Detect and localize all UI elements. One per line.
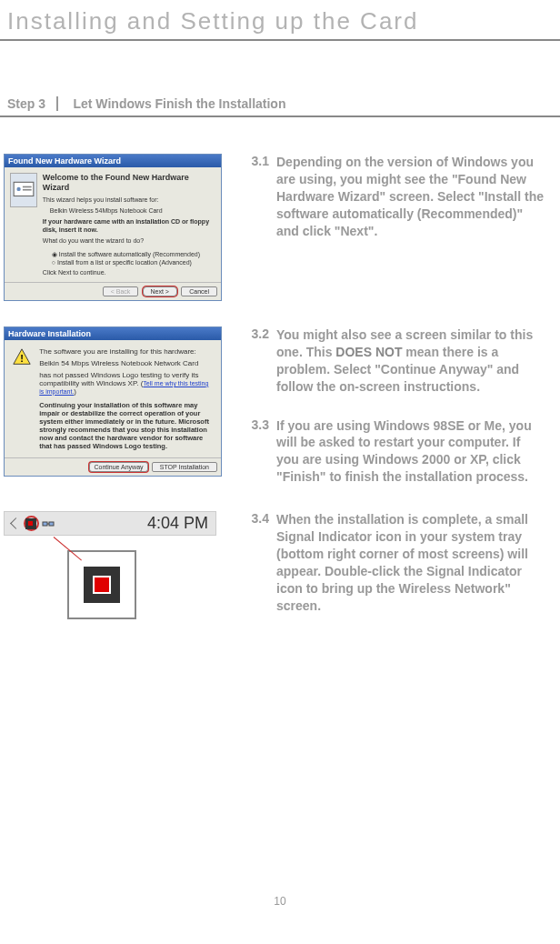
step-num-3-4: 3.4 — [222, 511, 276, 614]
step-text-3-1: Depending on the version of Windows you … — [276, 154, 545, 239]
section-3-2-3: Hardware Installation ! The software you… — [0, 326, 560, 486]
tray-icons — [24, 517, 55, 531]
hardware-installation-dialog: Hardware Installation ! The software you… — [4, 326, 222, 477]
warn-line2: has not passed Windows Logo testing to v… — [39, 371, 212, 396]
stop-installation-button[interactable]: STOP Installation — [152, 462, 217, 472]
step-text-3-2: You might also see a screen similar to t… — [276, 326, 545, 396]
cancel-button[interactable]: Cancel — [181, 286, 217, 296]
signal-indicator-dot — [93, 576, 111, 594]
step-header: Step 3 Let Windows Finish the Installati… — [0, 95, 560, 115]
found-new-hardware-dialog: Found New Hardware Wizard Welcome to the… — [4, 154, 222, 301]
page-number: 10 — [274, 895, 285, 908]
step-num-3-2: 3.2 — [222, 326, 276, 396]
back-button: < Back — [103, 286, 139, 296]
system-tray-mock: 4:04 PM — [4, 511, 222, 619]
warn-line1: The software you are installing for this… — [39, 347, 212, 356]
step-header-underline — [0, 115, 560, 117]
step-num-3-3: 3.3 — [222, 417, 276, 487]
continue-anyway-button[interactable]: Continue Anyway — [89, 462, 147, 472]
svg-rect-6 — [43, 522, 47, 526]
signal-indicator-zoom — [67, 550, 136, 619]
warn-footer: Continue Anyway STOP Installation — [5, 457, 221, 476]
warn-device: Belkin 54 Mbps Wireless Notebook Network… — [39, 359, 212, 367]
step-label: Step 3 — [4, 96, 58, 111]
warn-bold: Continuing your installation of this sof… — [39, 401, 212, 450]
signal-indicator-icon — [84, 567, 120, 603]
warn-text-block: The software you are installing for this… — [39, 347, 212, 450]
step-title: Let Windows Finish the Installation — [73, 96, 285, 111]
radio-advanced[interactable]: ○ Install from a list or specific locati… — [52, 259, 215, 266]
section-3-4: 4:04 PM 3.4 When the installation is com… — [0, 511, 560, 619]
warning-icon: ! — [12, 347, 32, 367]
svg-point-1 — [16, 187, 20, 191]
radio-recommended-label: Install the software automatically (Reco… — [59, 251, 200, 257]
svg-rect-3 — [23, 189, 32, 191]
dialog-titlebar: Found New Hardware Wizard — [5, 155, 221, 167]
wizard-sub1: This wizard helps you install software f… — [43, 196, 215, 204]
continue-text: Click Next to continue. — [43, 269, 215, 276]
radio-group: ◉ Install the software automatically (Re… — [52, 251, 215, 266]
step-text-3-3: If you are using Windows 98SE or Me, you… — [276, 417, 545, 487]
tray-clock: 4:04 PM — [147, 514, 208, 533]
dialog-box: Found New Hardware Wizard Welcome to the… — [4, 154, 222, 301]
title-underline — [0, 39, 560, 41]
dialog-footer: < Back Next > Cancel — [5, 282, 221, 300]
tray-chevron-icon[interactable] — [10, 517, 22, 529]
network-tray-icon[interactable] — [41, 517, 55, 531]
wizard-device: Belkin Wireless 54Mbps Notebook Card — [50, 207, 215, 215]
step-text-3-4: When the installation is complete, a sma… — [276, 511, 545, 614]
cd-notice: If your hardware came with an installati… — [43, 218, 215, 234]
section-3-1: Found New Hardware Wizard Welcome to the… — [0, 154, 560, 301]
wizard-heading: Welcome to the Found New Hardware Wizard — [43, 173, 215, 193]
warn-line2b: ) — [74, 387, 76, 396]
next-button[interactable]: Next > — [143, 286, 177, 296]
signal-indicator-tray-icon[interactable] — [24, 517, 38, 531]
svg-rect-2 — [23, 186, 32, 188]
wizard-icon — [10, 173, 37, 207]
page-title: Installing and Setting up the Card — [0, 0, 560, 39]
system-tray: 4:04 PM — [4, 511, 216, 536]
svg-text:!: ! — [20, 353, 24, 364]
svg-rect-7 — [49, 522, 54, 526]
step-num-3-1: 3.1 — [222, 154, 276, 239]
radio-advanced-label: Install from a list or specific location… — [57, 259, 192, 266]
wizard-question: What do you want the wizard to do? — [43, 237, 215, 245]
radio-recommended[interactable]: ◉ Install the software automatically (Re… — [52, 251, 215, 258]
step-3-2-strong: DOES NOT — [335, 345, 402, 359]
warn-titlebar: Hardware Installation — [5, 327, 221, 340]
warn-dialog-box: Hardware Installation ! The software you… — [4, 326, 222, 477]
